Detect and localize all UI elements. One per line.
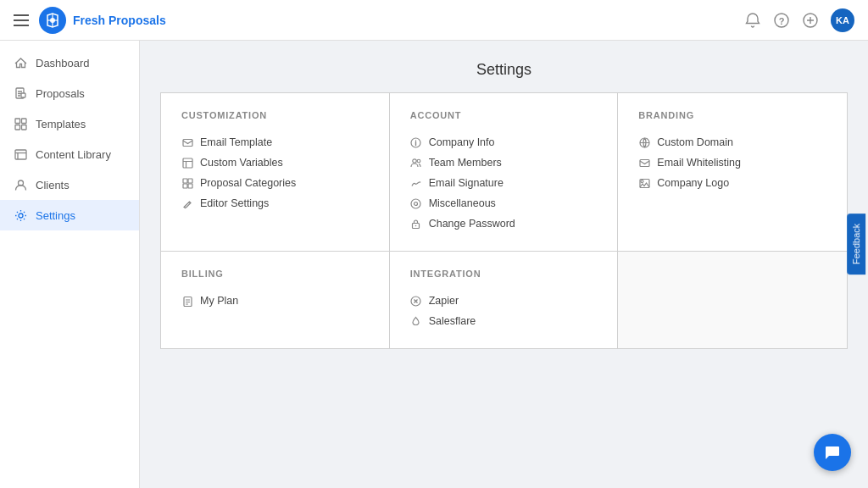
svg-rect-11 [15, 150, 26, 159]
logo-text: Fresh Proposals [73, 14, 166, 27]
sidebar-item-label: Settings [36, 209, 75, 222]
email-signature-label: Email Signature [429, 177, 504, 189]
logo-icon-item [638, 177, 650, 189]
content-library-icon [14, 147, 27, 161]
hamburger-menu[interactable] [14, 14, 29, 26]
whitelist-icon [638, 157, 650, 169]
email-whitelisting-item[interactable]: Email Whitelisting [638, 152, 826, 173]
content-area: Settings CUSTOMIZATION Email Template [140, 41, 868, 488]
sidebar-item-proposals[interactable]: Proposals [0, 78, 139, 108]
editor-settings-item[interactable]: Editor Settings [181, 193, 369, 214]
billing-title: BILLING [181, 269, 369, 279]
svg-point-30 [641, 180, 643, 182]
team-members-label: Team Members [429, 157, 502, 169]
signature-icon [410, 177, 422, 189]
sidebar-item-label: Dashboard [36, 57, 90, 69]
svg-point-25 [415, 202, 418, 205]
sidebar-item-dashboard[interactable]: Dashboard [0, 47, 139, 78]
user-avatar[interactable]: KA [831, 8, 854, 32]
sidebar-item-clients[interactable]: Clients [0, 169, 139, 200]
team-members-item[interactable]: Team Members [410, 152, 598, 173]
sidebar-item-label: Clients [36, 179, 70, 191]
customization-section: CUSTOMIZATION Email Template [161, 93, 390, 252]
add-icon[interactable] [802, 12, 819, 29]
zapier-icon [410, 295, 422, 307]
plan-icon [181, 295, 193, 307]
feedback-button[interactable]: Feedback [847, 214, 865, 274]
billing-section: BILLING My Plan [161, 252, 390, 348]
svg-rect-15 [183, 158, 192, 168]
header-left: Fresh Proposals [14, 7, 166, 34]
custom-variables-item[interactable]: Custom Variables [181, 152, 369, 173]
help-icon[interactable]: ? [773, 12, 790, 29]
custom-domain-item[interactable]: Custom Domain [638, 132, 826, 152]
branding-title: BRANDING [638, 110, 826, 120]
logo-icon [39, 7, 66, 34]
svg-text:?: ? [779, 15, 785, 25]
account-section: ACCOUNT Company Info [390, 93, 619, 252]
svg-rect-17 [188, 179, 192, 183]
sidebar: Dashboard Proposals Templ [0, 41, 140, 488]
dashboard-icon [14, 56, 27, 69]
proposal-categories-label: Proposal Categories [200, 177, 296, 189]
sidebar-item-label: Templates [36, 118, 86, 130]
salesflare-icon [410, 315, 422, 327]
misc-icon [410, 197, 422, 209]
miscellaneous-item[interactable]: Miscellaneous [410, 193, 598, 214]
svg-rect-10 [21, 125, 26, 130]
sidebar-item-label: Proposals [36, 87, 85, 100]
integration-title: INTEGRATION [410, 269, 598, 279]
svg-rect-19 [188, 184, 192, 188]
email-whitelisting-label: Email Whitelisting [657, 157, 741, 169]
my-plan-item[interactable]: My Plan [181, 291, 369, 311]
clients-icon [14, 178, 27, 191]
my-plan-label: My Plan [200, 295, 238, 307]
custom-domain-label: Custom Domain [657, 136, 733, 148]
email-icon [181, 136, 193, 148]
svg-rect-18 [183, 184, 187, 188]
svg-point-1 [50, 18, 55, 23]
sidebar-item-templates[interactable]: Templates [0, 108, 139, 139]
svg-point-21 [413, 158, 416, 162]
proposals-icon [14, 86, 27, 100]
company-info-item[interactable]: Company Info [410, 132, 598, 152]
logo[interactable]: Fresh Proposals [39, 7, 166, 34]
svg-point-24 [411, 199, 420, 208]
variables-icon [181, 157, 193, 169]
sidebar-item-settings[interactable]: Settings [0, 200, 139, 230]
page-title: Settings [160, 61, 848, 93]
zapier-item[interactable]: Zapier [410, 291, 598, 311]
svg-point-23 [420, 181, 421, 183]
custom-variables-label: Custom Variables [200, 157, 283, 169]
chat-button[interactable] [814, 434, 851, 471]
email-template-item[interactable]: Email Template [181, 132, 369, 152]
editor-icon [181, 197, 193, 209]
company-info-label: Company Info [429, 136, 495, 148]
main-layout: Dashboard Proposals Templ [0, 41, 868, 488]
svg-rect-9 [15, 125, 20, 130]
integration-section: INTEGRATION Zapier [390, 252, 619, 348]
proposal-categories-item[interactable]: Proposal Categories [181, 173, 369, 193]
email-signature-item[interactable]: Email Signature [410, 173, 598, 193]
svg-rect-16 [183, 179, 187, 183]
sidebar-item-label: Content Library [36, 148, 111, 161]
change-password-label: Change Password [429, 218, 515, 230]
company-logo-label: Company Logo [657, 177, 729, 189]
svg-rect-8 [21, 119, 26, 124]
zapier-label: Zapier [429, 295, 459, 307]
salesflare-item[interactable]: Salesflare [410, 311, 598, 331]
password-icon [410, 218, 422, 230]
change-password-item[interactable]: Change Password [410, 214, 598, 234]
top-header: Fresh Proposals ? KA [0, 0, 868, 41]
templates-icon [14, 117, 27, 130]
settings-icon [14, 208, 27, 222]
domain-icon [638, 136, 650, 148]
sidebar-item-content-library[interactable]: Content Library [0, 139, 139, 169]
account-title: ACCOUNT [410, 110, 598, 120]
company-logo-item[interactable]: Company Logo [638, 173, 826, 193]
svg-rect-6 [21, 93, 25, 97]
notifications-icon[interactable] [744, 12, 761, 29]
header-right: ? KA [744, 8, 854, 32]
branding-section: BRANDING Custom Domain [618, 93, 847, 252]
svg-point-22 [417, 159, 420, 163]
